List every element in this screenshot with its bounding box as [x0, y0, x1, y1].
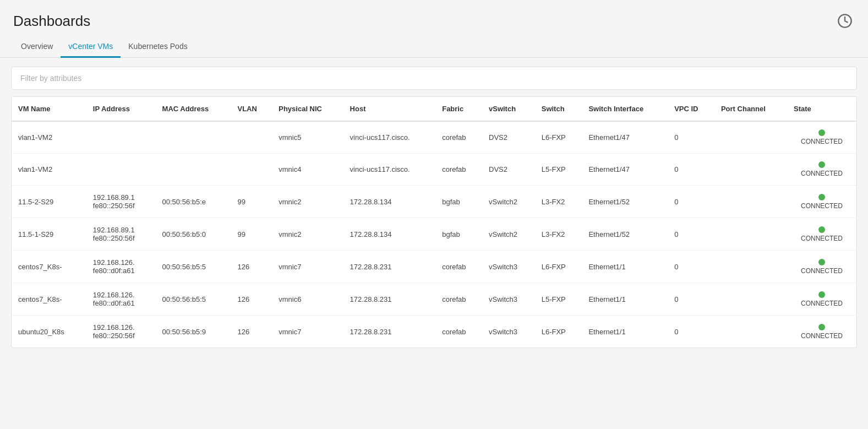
table-row: 11.5-1-S29192.168.89.1fe80::250:56f00:50…	[12, 218, 856, 251]
cell-vswitch: vSwitch2	[482, 218, 535, 251]
table-row: centos7_K8s-192.168.126.fe80::d0f:a6100:…	[12, 283, 856, 316]
status-text: CONNECTED	[801, 235, 843, 242]
cell-vpc-id: 0	[668, 283, 714, 316]
cell-switch-interface: Ethernet1/52	[582, 218, 668, 251]
cell-vm-name: centos7_K8s-	[12, 251, 86, 283]
cell-vswitch: vSwitch3	[482, 316, 535, 348]
cell-ip-address: 192.168.89.1fe80::250:56f	[86, 186, 156, 218]
cell-state: CONNECTED	[787, 186, 856, 218]
status-text: CONNECTED	[801, 170, 843, 177]
cell-state: CONNECTED	[787, 121, 856, 154]
cell-vm-name: ubuntu20_K8s	[12, 316, 86, 348]
tab-vcenter-vms[interactable]: vCenter VMs	[61, 36, 121, 58]
cell-fabric: corefab	[435, 316, 482, 348]
table-row: vlan1-VM2vmnic4vinci-ucs117.cisco.corefa…	[12, 154, 856, 186]
cell-vpc-id: 0	[668, 316, 714, 348]
cell-vlan	[231, 154, 272, 186]
status-text: CONNECTED	[801, 202, 843, 210]
tab-kubernetes-pods[interactable]: Kubernetes Pods	[121, 36, 195, 58]
cell-switch-interface: Ethernet1/52	[582, 186, 668, 218]
cell-port-channel	[714, 251, 787, 283]
cell-vswitch: DVS2	[482, 121, 535, 154]
cell-vpc-id: 0	[668, 218, 714, 251]
cell-fabric: corefab	[435, 154, 482, 186]
cell-physical-nic: vmnic5	[272, 121, 343, 154]
cell-vpc-id: 0	[668, 154, 714, 186]
cell-port-channel	[714, 283, 787, 316]
cell-switch: L6-FXP	[535, 121, 582, 154]
status-text: CONNECTED	[801, 267, 843, 275]
refresh-icon	[837, 13, 853, 29]
cell-port-channel	[714, 121, 787, 154]
cell-host: vinci-ucs117.cisco.	[343, 154, 436, 186]
cell-vm-name: vlan1-VM2	[12, 154, 86, 186]
cell-physical-nic: vmnic2	[272, 186, 343, 218]
cell-ip-address	[86, 154, 156, 186]
col-vm-name: VM Name	[12, 97, 86, 121]
cell-host: 172.28.8.231	[343, 251, 436, 283]
cell-vlan: 126	[231, 251, 272, 283]
cell-mac-address: 00:50:56:b5:9	[156, 316, 231, 348]
cell-vm-name: 11.5-1-S29	[12, 218, 86, 251]
cell-fabric: corefab	[435, 121, 482, 154]
cell-host: 172.28.8.134	[343, 186, 436, 218]
col-port-channel: Port Channel	[714, 97, 787, 121]
cell-ip-address	[86, 121, 156, 154]
tab-overview[interactable]: Overview	[13, 36, 61, 58]
cell-switch: L3-FX2	[535, 218, 582, 251]
cell-vpc-id: 0	[668, 186, 714, 218]
cell-host: 172.28.8.134	[343, 218, 436, 251]
cell-switch-interface: Ethernet1/1	[582, 251, 668, 283]
status-dot-icon	[818, 161, 825, 168]
cell-physical-nic: vmnic7	[272, 251, 343, 283]
cell-mac-address: 00:50:56:b5:5	[156, 283, 231, 316]
cell-vlan: 126	[231, 283, 272, 316]
cell-physical-nic: vmnic7	[272, 316, 343, 348]
cell-fabric: bgfab	[435, 218, 482, 251]
cell-switch-interface: Ethernet1/47	[582, 121, 668, 154]
cell-state: CONNECTED	[787, 316, 856, 348]
cell-mac-address: 00:50:56:b5:e	[156, 186, 231, 218]
cell-host: vinci-ucs117.cisco.	[343, 121, 436, 154]
cell-ip-address: 192.168.126.fe80::d0f:a61	[86, 251, 156, 283]
filter-bar[interactable]: Filter by attributes	[11, 67, 857, 90]
page-title: Dashboards	[13, 13, 90, 30]
cell-mac-address: 00:50:56:b5:0	[156, 218, 231, 251]
refresh-button[interactable]	[835, 11, 855, 31]
status-text: CONNECTED	[801, 332, 843, 340]
cell-port-channel	[714, 154, 787, 186]
cell-vm-name: vlan1-VM2	[12, 121, 86, 154]
cell-vswitch: vSwitch2	[482, 186, 535, 218]
table-row: vlan1-VM2vmnic5vinci-ucs117.cisco.corefa…	[12, 121, 856, 154]
cell-state: CONNECTED	[787, 218, 856, 251]
cell-host: 172.28.8.231	[343, 316, 436, 348]
col-fabric: Fabric	[435, 97, 482, 121]
cell-vpc-id: 0	[668, 251, 714, 283]
cell-port-channel	[714, 186, 787, 218]
vm-table: VM Name IP Address MAC Address VLAN Phys…	[12, 97, 856, 347]
status-dot-icon	[818, 324, 825, 330]
cell-switch-interface: Ethernet1/1	[582, 316, 668, 348]
col-mac-address: MAC Address	[156, 97, 231, 121]
col-ip-address: IP Address	[86, 97, 156, 121]
cell-switch-interface: Ethernet1/47	[582, 154, 668, 186]
table-row: 11.5-2-S29192.168.89.1fe80::250:56f00:50…	[12, 186, 856, 218]
cell-physical-nic: vmnic4	[272, 154, 343, 186]
cell-state: CONNECTED	[787, 154, 856, 186]
col-switch-interface: Switch Interface	[582, 97, 668, 121]
col-switch: Switch	[535, 97, 582, 121]
status-dot-icon	[818, 291, 825, 298]
col-vlan: VLAN	[231, 97, 272, 121]
col-host: Host	[343, 97, 436, 121]
status-dot-icon	[818, 129, 825, 136]
cell-switch: L5-FXP	[535, 154, 582, 186]
cell-mac-address: 00:50:56:b5:5	[156, 251, 231, 283]
cell-switch: L6-FXP	[535, 251, 582, 283]
cell-vm-name: centos7_K8s-	[12, 283, 86, 316]
cell-fabric: bgfab	[435, 186, 482, 218]
cell-vswitch: vSwitch3	[482, 251, 535, 283]
col-vpc-id: VPC ID	[668, 97, 714, 121]
cell-fabric: corefab	[435, 251, 482, 283]
cell-ip-address: 192.168.126.fe80::d0f:a61	[86, 283, 156, 316]
cell-host: 172.28.8.231	[343, 283, 436, 316]
